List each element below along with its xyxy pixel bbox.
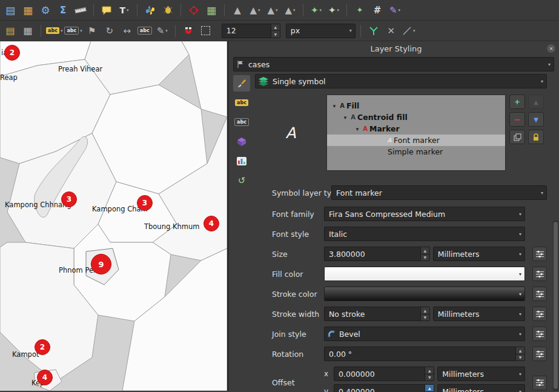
labels-icon: abc [235, 99, 248, 106]
size-spinbox[interactable]: 3.800000 ▲▼ [324, 247, 430, 261]
expander-icon[interactable]: ▾ [342, 115, 349, 121]
join-style-select[interactable]: Bevel ▾ [324, 327, 525, 341]
font-family-select[interactable]: Fira Sans Compressed Medium ▾ [324, 207, 525, 221]
data-defined-override-button[interactable] [532, 287, 547, 301]
offset-unit-select[interactable]: Millimeters ▾ [437, 367, 525, 381]
processing-history-icon[interactable]: ✦▾ [326, 2, 342, 18]
fill-color-button[interactable]: ▾ [324, 267, 525, 281]
layer-diagram-options-icon[interactable]: ▦ [20, 23, 36, 39]
close-icon[interactable]: ✕ [547, 44, 555, 53]
mesh-edit-icon[interactable]: ▲▾ [247, 2, 263, 18]
stroke-color-button[interactable]: ▾ [324, 287, 525, 301]
scrollbar-thumb[interactable] [554, 222, 558, 389]
data-defined-override-button[interactable] [532, 247, 547, 261]
mesh-reindex-icon[interactable]: ▲▾ [265, 2, 280, 18]
expander-icon[interactable]: ▾ [354, 126, 361, 132]
tree-item-font-marker[interactable]: A Font marker [327, 135, 505, 146]
spinner-arrows[interactable]: ▲▼ [425, 367, 434, 380]
layer-labeling-options-icon[interactable]: ▤ [2, 23, 18, 39]
diagram-icon [237, 157, 246, 165]
statistics-sigma-icon[interactable]: Σ [55, 2, 71, 18]
snap-units-select[interactable]: px ▾ [286, 24, 356, 38]
tab-history[interactable]: ↺ [233, 172, 250, 188]
check-geometries-icon[interactable]: ▦ [203, 2, 219, 18]
tab-diagrams[interactable] [233, 153, 250, 169]
spinner-arrows[interactable]: ▲▼ [420, 307, 429, 321]
rotation-spinbox[interactable]: 0.00 ° ▲▼ [324, 347, 525, 361]
offset-y-spinbox[interactable]: 0.400000 ▲▼ [334, 384, 434, 392]
tab-labels[interactable]: abc [233, 95, 250, 111]
snapping-magnet-icon[interactable] [180, 23, 196, 39]
raster-calculator-icon[interactable]: ▦ [20, 2, 36, 18]
label-pin-icon[interactable]: abc▾ [46, 23, 62, 39]
data-defined-override-button[interactable] [532, 267, 547, 281]
lock-icon [532, 133, 540, 141]
diagonal-line-icon[interactable]: ▾ [401, 23, 417, 39]
label-change-icon[interactable]: ↔ [119, 23, 135, 39]
cluster-marker: 3 [61, 191, 77, 207]
panel-scrollbar[interactable] [553, 221, 558, 391]
grid-hash-icon[interactable]: # [369, 2, 385, 18]
topology-fork-icon[interactable] [366, 23, 382, 39]
remove-x-icon[interactable]: ✕ [383, 23, 399, 39]
map-tips-icon[interactable] [99, 2, 114, 18]
manage-plugins-icon[interactable] [160, 2, 176, 18]
data-defined-override-button[interactable] [532, 307, 547, 321]
offset-x-spinbox[interactable]: 0.000000 ▲▼ [334, 367, 434, 381]
spinner-arrows[interactable]: ▲▼ [515, 347, 524, 360]
tree-item-centroid-fill[interactable]: ▾ A Centroid fill [327, 111, 505, 123]
add-symbol-layer-button[interactable]: ＋ [509, 95, 525, 109]
data-defined-override-button[interactable] [532, 376, 547, 390]
symbol-layer-type-label: Symbol layer type [272, 188, 331, 198]
layer-select[interactable]: cases ▾ [233, 57, 554, 71]
stroke-width-spinbox[interactable]: No stroke ▲▼ [324, 307, 430, 321]
processing-star-icon[interactable]: ✦ [352, 2, 368, 18]
font-style-select[interactable]: Italic ▾ [324, 227, 525, 241]
label-move-icon[interactable]: ⚑ [84, 23, 100, 39]
stroke-color-label: Stroke color [272, 290, 324, 299]
python-console-icon[interactable] [142, 2, 158, 18]
vertex-editor-icon[interactable]: ✎▾ [387, 2, 403, 18]
tree-item-marker[interactable]: ▾ A Marker [327, 123, 505, 135]
label-callout-icon[interactable]: ✎▾ [154, 23, 170, 39]
size-unit-select[interactable]: Millimeters ▾ [433, 247, 525, 261]
tab-3d-view[interactable] [233, 133, 250, 150]
attribute-table-icon[interactable]: ▤ [2, 2, 18, 18]
cluster-marker: 3 [137, 195, 153, 211]
spinner-arrows[interactable]: ▲▼ [425, 385, 434, 392]
mesh-tool-icon[interactable]: ▲ [230, 2, 245, 18]
data-defined-override-button[interactable] [532, 327, 547, 341]
lock-color-button[interactable] [528, 130, 544, 144]
chevron-down-icon: ▾ [538, 190, 546, 196]
move-up-button[interactable]: ▲ [528, 95, 544, 109]
mesh-options-icon[interactable]: ▲▾ [282, 2, 298, 18]
renderer-select[interactable]: Single symbol ▾ [255, 74, 547, 88]
label-highlight-icon[interactable]: abc▾ [64, 23, 82, 39]
remove-symbol-layer-button[interactable]: − [509, 112, 525, 127]
measure-ruler-icon[interactable] [73, 2, 88, 18]
data-defined-override-button[interactable] [532, 347, 547, 361]
stroke-width-unit-select[interactable]: Millimeters ▾ [433, 307, 525, 321]
tab-symbology[interactable] [233, 75, 250, 91]
tree-item-simple-marker[interactable]: Simple marker [327, 146, 505, 158]
duplicate-symbol-layer-button[interactable] [509, 130, 525, 144]
georeferencer-target-icon[interactable] [186, 2, 202, 18]
tab-masks[interactable]: abc [233, 114, 250, 130]
expander-icon[interactable]: ▾ [331, 103, 338, 109]
spinner-arrows[interactable]: ▲▼ [271, 24, 280, 38]
label-curved-icon[interactable]: abc [137, 23, 153, 39]
map-canvas[interactable]: ia Reap Preah Vihear Kampong Chhnang Kam… [0, 41, 227, 391]
processing-model-icon[interactable]: ✦▾ [308, 2, 324, 18]
join-style-label: Join style [272, 330, 324, 339]
tracing-icon[interactable] [198, 23, 214, 39]
text-annotation-icon[interactable]: T▾ [116, 2, 132, 18]
move-down-button[interactable]: ▼ [528, 112, 544, 127]
symbol-layer-type-select[interactable]: Font marker ▾ [331, 185, 547, 200]
chevron-down-icon: ▾ [517, 371, 524, 377]
tree-item-fill[interactable]: ▾ A Fill [327, 100, 505, 111]
snap-tolerance-spinbox[interactable]: 12 ▲▼ [222, 24, 280, 38]
offset-unit-select[interactable]: Millimeters ▾ [437, 384, 525, 392]
processing-gear-icon[interactable]: ⚙ [38, 2, 53, 18]
label-rotate-icon[interactable]: ↻ [102, 23, 117, 39]
spinner-arrows[interactable]: ▲▼ [420, 247, 429, 261]
